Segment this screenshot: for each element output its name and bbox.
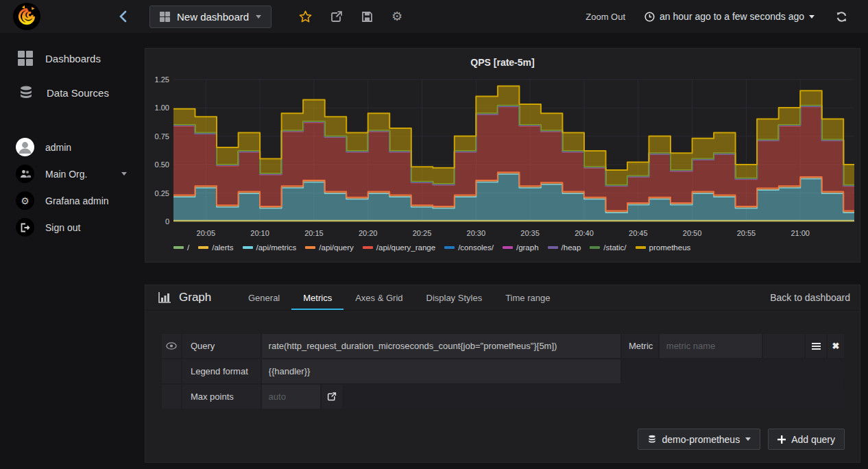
avatar [16,138,34,156]
editor-buttons: demo-prometheus Add query [638,429,845,450]
query-input[interactable] [262,341,620,351]
gear-icon: ⚙ [16,191,34,210]
svg-text:20:55: 20:55 [737,229,756,237]
chevron-down-icon [809,15,815,19]
tab-axes-grid[interactable]: Axes & Grid [343,285,414,310]
star-icon [299,10,312,23]
grafana-logo-icon[interactable] [13,3,40,30]
legend-series-label: /api/metrics [256,243,297,252]
legend-series-label: /static/ [603,243,626,252]
sidebar-item-sign-out[interactable]: Sign out [0,214,145,241]
max-points-link-button[interactable] [322,385,342,409]
users-icon [16,165,34,183]
graph-panel: QPS [rate-5m] 00.250.500.751.001.2520:05… [145,48,860,263]
tab-general[interactable]: General [237,285,291,310]
remove-query-button[interactable]: ✖ [828,334,844,358]
legend-series-label: /api/query [319,243,354,252]
svg-text:20:50: 20:50 [683,229,702,237]
svg-text:20:20: 20:20 [359,229,378,237]
legend-series-label: /consoles/ [458,243,494,252]
time-range-picker[interactable]: an hour ago to a few seconds ago [644,11,815,22]
chevron-down-icon [121,172,127,176]
legend-color-dash [305,246,315,249]
legend-item-alerts[interactable]: /alerts [198,243,233,252]
sidebar-item-main-org[interactable]: Main Org. [0,160,145,187]
save-icon [361,11,373,23]
max-points-input[interactable] [262,392,321,402]
svg-text:1.25: 1.25 [155,75,169,84]
legend-series-label: /alerts [212,243,233,252]
legend-item-[interactable]: / [173,243,189,252]
zoom-out-button[interactable]: Zoom Out [586,12,625,22]
query-menu-button[interactable] [806,334,826,358]
qps-chart[interactable]: 00.250.500.751.001.2520:0520:1020:1520:2… [145,71,860,242]
back-to-dashboard-link[interactable]: Back to dashboard [770,292,850,303]
legend-item-consoles[interactable]: /consoles/ [444,243,494,252]
legend-color-dash [173,246,184,249]
sidebar-item-admin[interactable]: admin [0,134,145,160]
legend-series-label: / [187,243,189,252]
save-button[interactable] [361,11,373,23]
settings-button[interactable]: ⚙ [391,10,402,23]
star-button[interactable] [299,10,312,23]
sidebar-item-grafana-admin[interactable]: ⚙ Grafana admin [0,187,145,214]
max-points-row: Max points [162,385,844,409]
svg-text:0.25: 0.25 [155,189,169,197]
legend-item-prometheus[interactable]: prometheus [636,243,691,252]
collapse-sidebar-chevron-icon[interactable] [119,10,131,23]
graph-panel-title[interactable]: QPS [rate-5m] [145,49,860,68]
legend-item-static[interactable]: /static/ [590,243,626,252]
legend-color-dash [243,246,253,249]
gear-icon: ⚙ [391,10,402,23]
legend-item-graph[interactable]: /graph [503,243,539,252]
legend-format-input[interactable] [262,366,620,376]
datasource-selector-button[interactable]: demo-prometheus [638,429,761,450]
share-button[interactable] [330,11,343,23]
legend-item-heap[interactable]: /heap [548,243,581,252]
query-row: Query Metric ✖ [162,334,844,358]
legend-color-dash [363,246,373,249]
close-icon: ✖ [832,341,840,351]
svg-text:1.00: 1.00 [155,104,169,112]
svg-text:20:30: 20:30 [467,229,486,237]
sidebar-item-label: Main Org. [45,169,87,180]
tab-time-range[interactable]: Time range [494,285,562,310]
legend-color-dash [444,246,455,249]
query-label: Query [182,334,261,358]
legend-series-label: /graph [516,243,539,252]
legend-color-dash [548,246,558,249]
toggle-query-visibility-button[interactable] [162,334,181,358]
chevron-down-icon [745,437,751,441]
svg-text:0.75: 0.75 [155,132,169,141]
legend-item-api-query-range[interactable]: /api/query_range [363,243,435,252]
chart-legend: //alerts/api/metrics/api/query/api/query… [173,243,860,252]
editor-tab-bar: Graph GeneralMetricsAxes & GridDisplay S… [145,285,860,311]
legend-series-label: prometheus [649,243,691,252]
tab-metrics[interactable]: Metrics [291,285,343,310]
dashboard-title: New dashboard [177,11,249,23]
sidebar-item-dashboards[interactable]: Dashboards [0,41,145,75]
sidebar-item-label: Sign out [45,222,80,233]
legend-format-input-cell [262,359,620,383]
legend-item-api-metrics[interactable]: /api/metrics [243,243,297,252]
dashboard-title-button[interactable]: New dashboard [149,5,272,28]
query-input-cell [262,334,620,358]
share-icon [330,11,343,23]
refresh-button[interactable] [836,11,847,23]
metric-name-input[interactable] [660,341,762,351]
sidebar-item-data-sources[interactable]: Data Sources [0,75,145,110]
legend-color-dash [590,246,600,249]
tab-display-styles[interactable]: Display Styles [415,285,494,310]
svg-text:21:00: 21:00 [791,229,810,237]
add-query-button[interactable]: Add query [768,429,845,450]
svg-text:20:05: 20:05 [197,229,216,237]
svg-text:0.50: 0.50 [155,160,169,169]
legend-item-api-query[interactable]: /api/query [305,243,354,252]
datasource-name: demo-prometheus [662,434,740,445]
sidebar-item-label: Data Sources [47,87,109,99]
editor-header: Graph [145,291,237,304]
legend-color-dash [636,246,646,249]
svg-text:20:15: 20:15 [304,229,324,237]
editor-panel-type: Graph [179,291,211,304]
clock-icon [644,12,655,22]
